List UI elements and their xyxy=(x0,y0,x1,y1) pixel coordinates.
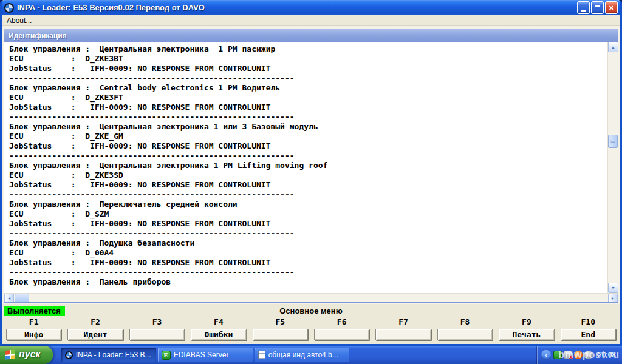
fkey-button-f1[interactable]: Инфо xyxy=(6,329,61,340)
task-label: INPA - Loader: E53 B... xyxy=(76,351,151,359)
tray-clock: 20:08 xyxy=(598,351,616,359)
child-window-title: Идентификация xyxy=(9,32,67,40)
task-label: EDIABAS Server xyxy=(174,351,229,359)
fkey-label-f10: F10 xyxy=(558,317,619,328)
fkey-label-f3: F3 xyxy=(126,317,188,328)
window-title: INPA - Loader: E53 Версия0.02 Перевод от… xyxy=(17,3,577,12)
maximize-button[interactable] xyxy=(591,1,604,14)
taskbar-task-3[interactable]: общая инд авто4.b... xyxy=(255,348,349,362)
scroll-right-button[interactable]: ► xyxy=(608,294,618,302)
minimize-icon xyxy=(581,10,586,12)
start-button[interactable]: пуск xyxy=(0,346,53,364)
fkey-button-f3[interactable] xyxy=(129,329,185,340)
window-titlebar[interactable]: INPA - Loader: E53 Версия0.02 Перевод от… xyxy=(2,0,620,15)
doc-icon xyxy=(258,351,265,359)
bmw-logo-icon xyxy=(4,3,14,13)
minimize-button[interactable] xyxy=(577,1,590,14)
child-window-titlebar[interactable]: Идентификация xyxy=(4,29,618,42)
fkey-button-row: ИнфоИдентОшибкиПечатьEnd xyxy=(3,328,619,341)
vertical-scrollbar-thumb[interactable] xyxy=(608,135,618,148)
bmw-icon xyxy=(65,351,73,359)
system-tray: ‹ 20:08 bmwpost.ru xyxy=(537,346,622,364)
ecu-result-area: Блок управления : Центральная электроник… xyxy=(4,42,618,302)
menu-section-title: Основное меню xyxy=(279,306,343,315)
fkey-button-f5[interactable] xyxy=(253,329,308,340)
fkey-label-f8: F8 xyxy=(434,317,496,328)
fkey-label-f6: F6 xyxy=(311,317,372,328)
menu-bar: About... xyxy=(2,15,620,26)
ecu-output: Блок управления : Центральная электроник… xyxy=(4,42,607,293)
desktop: INPA - Loader: E53 Версия0.02 Перевод от… xyxy=(0,0,622,364)
fkey-label-f1: F1 xyxy=(3,317,64,328)
scroll-left-button[interactable]: ◄ xyxy=(4,294,14,302)
ediabas-icon: E xyxy=(162,351,171,360)
fkey-button-f4[interactable]: Ошибки xyxy=(191,329,246,340)
status-badge: Выполняется xyxy=(4,306,65,316)
tray-icons xyxy=(553,351,593,359)
fkey-label-f4: F4 xyxy=(188,317,249,328)
taskbar-tasks: INPA - Loader: E53 B...EEDIABAS Serverоб… xyxy=(60,346,537,364)
fkey-button-f7[interactable] xyxy=(375,329,431,340)
scroll-up-button[interactable]: ▲ xyxy=(608,42,618,52)
start-button-label: пуск xyxy=(19,349,41,360)
vertical-scrollbar[interactable]: ▲ ▼ xyxy=(607,42,618,293)
task-label: общая инд авто4.b... xyxy=(268,351,338,359)
maximize-icon xyxy=(595,5,600,10)
fkey-label-f9: F9 xyxy=(496,317,557,328)
fkey-button-f9[interactable]: Печать xyxy=(499,329,554,340)
fkey-button-f2[interactable]: Идент xyxy=(67,329,123,340)
horizontal-scrollbar[interactable]: ◄ ► xyxy=(4,293,618,302)
antivirus-icon[interactable] xyxy=(574,351,583,359)
ediabas-tray-icon[interactable] xyxy=(553,351,562,359)
fkey-button-f6[interactable] xyxy=(314,329,369,340)
taskbar-task-2[interactable]: EEDIABAS Server xyxy=(158,348,253,362)
menu-item-about[interactable]: About... xyxy=(7,16,32,25)
close-icon: × xyxy=(609,4,613,12)
inpa-window: INPA - Loader: E53 Версия0.02 Перевод от… xyxy=(0,0,622,346)
fkey-button-f8[interactable] xyxy=(437,329,493,340)
scroll-down-button[interactable]: ▼ xyxy=(608,283,618,293)
volume-icon[interactable] xyxy=(584,351,593,359)
taskbar: пуск INPA - Loader: E53 B...EEDIABAS Ser… xyxy=(0,346,622,364)
taskbar-task-1[interactable]: INPA - Loader: E53 B... xyxy=(61,348,156,362)
fkey-button-f10[interactable]: End xyxy=(561,329,616,340)
identification-window: Идентификация Блок управления : Централь… xyxy=(4,29,618,303)
tray-chevron-button[interactable]: ‹ xyxy=(541,350,551,360)
windows-logo-icon xyxy=(5,349,15,360)
horizontal-scrollbar-thumb[interactable] xyxy=(15,294,29,302)
fkey-label-f7: F7 xyxy=(372,317,434,328)
close-button[interactable]: × xyxy=(605,1,618,14)
mdi-area: Идентификация Блок управления : Централь… xyxy=(2,26,620,304)
fkey-label-row: F1F2F3F4F5F6F7F8F9F10 xyxy=(3,317,619,328)
fkey-label-f2: F2 xyxy=(64,317,126,328)
network-error-icon[interactable] xyxy=(564,351,572,359)
fkey-label-f5: F5 xyxy=(250,317,311,328)
softkey-panel: Выполняется Основное меню F1F2F3F4F5F6F7… xyxy=(2,304,620,344)
